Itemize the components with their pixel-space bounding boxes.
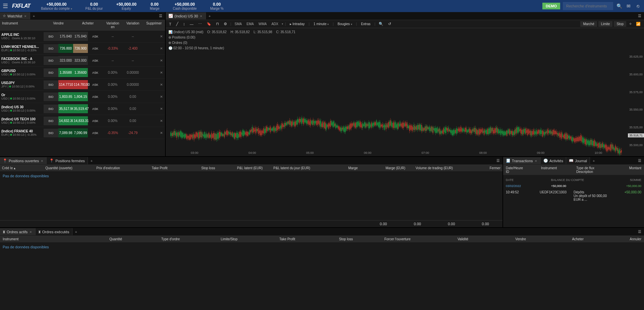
search-input[interactable] — [563, 2, 613, 10]
delete-button[interactable]: ✕ — [156, 47, 165, 50]
add-tab-button[interactable]: + — [206, 13, 213, 19]
extras-dropdown[interactable]: Extras — [359, 21, 372, 26]
transaction-row[interactable]: 10:49:52 UEDF1K23C1003 Dépôts Un dépôt o… — [506, 189, 641, 203]
add-tab-button[interactable]: + — [88, 158, 95, 164]
delete-button[interactable]: ✕ — [156, 59, 165, 62]
tab-watchlist[interactable]: ☆ Watchlist × — [0, 12, 30, 19]
market-button[interactable]: Marché — [580, 21, 597, 27]
ruler-tool-icon[interactable]: ⊓ — [215, 21, 220, 27]
watchlist-row[interactable]: Or USD | 10:50:12 | 0.00% BID 1,803.85 1… — [0, 91, 165, 103]
svg-rect-287 — [294, 122, 295, 127]
bid-price[interactable]: 323.000 — [58, 56, 73, 65]
close-icon[interactable]: × — [29, 230, 32, 234]
tag-tool-icon[interactable]: 🔖 — [205, 21, 213, 27]
add-tab-button[interactable]: + — [590, 158, 597, 164]
ask-price[interactable]: 323.000 — [73, 56, 88, 65]
tab-orders-executed[interactable]: ⧗ Ordres exécutés — [36, 228, 72, 235]
delete-button[interactable]: ✕ — [156, 107, 165, 111]
tab-transactions[interactable]: 🧾 Transactions × — [503, 157, 541, 164]
bid-price[interactable]: 7,089.98 — [58, 128, 73, 137]
indicator-wma[interactable]: WMA — [257, 21, 268, 26]
settings-tool-icon[interactable]: ⚙ — [222, 21, 228, 27]
svg-rect-839 — [534, 131, 535, 135]
tab-positions-closed[interactable]: 📍 Positions fermées — [47, 157, 88, 164]
close-icon[interactable]: × — [534, 159, 538, 163]
ask-price[interactable]: 726.900 — [73, 44, 88, 53]
watchlist-row[interactable]: (Indice) US 30 USD | 10:50:13 | 0.00% BI… — [0, 103, 165, 115]
delete-button[interactable]: ✕ — [156, 83, 165, 86]
watchlist-row[interactable]: LVMH MOET HENNES... EUR | 10:50:13 | -0.… — [0, 43, 165, 55]
stop-button[interactable]: Stop — [614, 21, 626, 27]
bid-price[interactable]: 14,832.30 — [58, 116, 73, 125]
metric-balance[interactable]: +50,000.00 Balance du compte ▾ — [34, 2, 78, 10]
watchlist-row[interactable]: (Indice) FRANCE 40 EUR | 10:50:13 | -0.3… — [0, 127, 165, 139]
dots-tool-icon[interactable]: ⋯ — [197, 21, 203, 27]
svg-rect-283 — [293, 122, 293, 125]
bid-price[interactable]: 114.77100 — [58, 80, 73, 89]
style-dropdown[interactable]: Bougies ▾ — [336, 21, 354, 26]
close-icon[interactable]: × — [40, 159, 44, 163]
watchlist-row[interactable]: APPLE INC USD | Ouvre à 15:30:10 BID 175… — [0, 30, 165, 43]
tab-orders-active[interactable]: ⧗ Ordres actifs × — [0, 228, 36, 235]
hamburger-icon[interactable]: ☰ — [3, 2, 8, 10]
interval-dropdown[interactable]: 1 minute ▾ — [312, 21, 331, 26]
watchlist-row[interactable]: (Indice) US TECH 100 USD | 10:50:13 | 0.… — [0, 115, 165, 127]
mail-icon[interactable]: ✉ — [625, 3, 632, 9]
svg-rect-441 — [362, 124, 362, 128]
trend-tool-icon[interactable]: — — [189, 21, 195, 27]
logout-icon[interactable]: ⎋ — [635, 3, 641, 9]
ask-price[interactable]: 114.78100 — [73, 80, 88, 89]
bid-price[interactable]: 1.35588 — [58, 68, 73, 77]
add-tab-button[interactable]: + — [72, 229, 80, 235]
watchlist-row[interactable]: GBPUSD USD | 10:50:12 | 0.00% BID 1.3558… — [0, 67, 165, 79]
line-tool-icon[interactable]: ╱ — [175, 21, 180, 27]
svg-rect-919 — [569, 136, 570, 140]
indicator-ema[interactable]: EMA — [245, 21, 255, 26]
svg-rect-439 — [361, 122, 361, 127]
delete-button[interactable]: ✕ — [156, 95, 165, 99]
chevron-down-icon[interactable]: ▾ — [282, 22, 283, 25]
reset-icon[interactable]: ↺ — [387, 21, 392, 27]
demo-button[interactable]: DEMO — [542, 3, 560, 9]
panel-menu-icon[interactable]: ☰ — [635, 157, 644, 164]
ask-price[interactable]: 35,519.47 — [73, 104, 88, 113]
panel-menu-icon[interactable]: ☰ — [156, 12, 165, 19]
ask-price[interactable]: 1.35600 — [73, 68, 88, 77]
text-tool-icon[interactable]: T — [168, 21, 173, 27]
limit-button[interactable]: Limite — [598, 21, 613, 27]
watchlist-row[interactable]: USDJPY JPY | 10:50:12 | 0.00% BID 114.77… — [0, 79, 165, 91]
panel-menu-icon[interactable]: ☰ — [635, 12, 644, 19]
crosshair-icon[interactable]: ✧ — [628, 21, 633, 27]
ask-price[interactable]: 175.840 — [73, 32, 88, 41]
close-icon[interactable]: × — [199, 14, 203, 18]
svg-rect-229 — [269, 128, 270, 130]
bid-price[interactable]: 1,803.85 — [58, 92, 73, 101]
zoom-icon[interactable]: 🔍 — [377, 21, 385, 27]
bid-price[interactable]: 726.800 — [58, 44, 73, 53]
ask-price[interactable]: 14,833.31 — [73, 116, 88, 125]
bid-price[interactable]: 175.840 — [58, 32, 73, 41]
indicator-adx[interactable]: ADX — [270, 21, 280, 26]
tab-chart[interactable]: 📈 (Indice) US 30 × — [166, 12, 206, 19]
tab-activities[interactable]: 🕑 Activités — [541, 157, 566, 164]
interval-type-dropdown[interactable]: ▸ Intraday — [288, 21, 307, 26]
delete-button[interactable]: ✕ — [156, 35, 165, 38]
tab-positions-open[interactable]: 📍 Positions ouvertes × — [0, 157, 47, 164]
panel-menu-icon[interactable]: ☰ — [494, 157, 502, 164]
signal-icon[interactable]: 📶 — [635, 21, 642, 27]
ask-price[interactable]: 1,804.15 — [73, 92, 88, 101]
indicator-sma[interactable]: SMA — [233, 21, 243, 26]
panel-menu-icon[interactable]: ☰ — [635, 228, 644, 235]
bid-price[interactable]: 35,517.96 — [58, 104, 73, 113]
close-icon[interactable]: × — [23, 14, 27, 18]
tab-journal[interactable]: 📖 Journal — [566, 157, 590, 164]
fib-tool-icon[interactable]: ⫶ — [182, 21, 186, 27]
delete-button[interactable]: ✕ — [156, 71, 165, 74]
delete-button[interactable]: ✕ — [156, 131, 165, 135]
delete-button[interactable]: ✕ — [156, 119, 165, 123]
search-icon[interactable]: 🔍 — [616, 3, 623, 9]
watchlist-row[interactable]: FACEBOOK INC - A USD | Ouvre à 15:30:10 … — [0, 55, 165, 67]
chart-area[interactable]: 35.625,0035.600,0035.575,0035.550,0035.5… — [166, 52, 644, 156]
ask-price[interactable]: 7,090.99 — [73, 128, 88, 137]
add-tab-button[interactable]: + — [30, 13, 38, 19]
